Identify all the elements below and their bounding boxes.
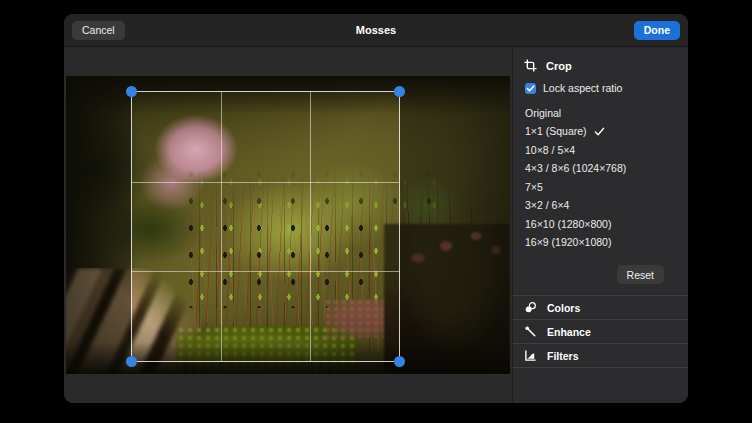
edit-sidebar: Crop Lock aspect ratio Original bbox=[512, 48, 688, 403]
ratio-option-16x9[interactable]: 16×9 (1920×1080) bbox=[513, 234, 688, 253]
ratio-option-4x3[interactable]: 4×3 / 8×6 (1024×768) bbox=[513, 160, 688, 179]
divider bbox=[513, 367, 688, 368]
crop-selection[interactable] bbox=[131, 91, 400, 362]
crop-gridline-horizontal-2 bbox=[132, 271, 399, 272]
crop-handle-bottom-right[interactable] bbox=[394, 356, 405, 367]
section-filters[interactable]: Filters bbox=[513, 344, 688, 367]
enhance-icon bbox=[524, 325, 537, 338]
aspect-ratio-list: Original 1×1 (Square) 10×8 / 5×4 4×3 / 8… bbox=[513, 97, 688, 252]
ratio-option-7x5[interactable]: 7×5 bbox=[513, 178, 688, 197]
lock-aspect-ratio-checkbox[interactable] bbox=[525, 83, 536, 94]
crop-handle-top-right[interactable] bbox=[394, 86, 405, 97]
lock-aspect-ratio-label: Lock aspect ratio bbox=[543, 82, 622, 94]
checkmark-icon bbox=[526, 84, 535, 93]
crop-section-header: Crop bbox=[513, 53, 688, 77]
reset-row: Reset bbox=[513, 252, 688, 295]
section-enhance[interactable]: Enhance bbox=[513, 320, 688, 343]
selected-check-icon bbox=[594, 126, 605, 137]
ratio-option-16x10[interactable]: 16×10 (1280×800) bbox=[513, 215, 688, 234]
lock-aspect-ratio-row[interactable]: Lock aspect ratio bbox=[513, 77, 688, 97]
window-title: Mosses bbox=[64, 24, 688, 36]
filters-icon bbox=[524, 349, 537, 362]
reset-button[interactable]: Reset bbox=[617, 265, 664, 284]
crop-gridline-vertical-1 bbox=[221, 92, 222, 361]
crop-section-title: Crop bbox=[546, 60, 572, 72]
cancel-button[interactable]: Cancel bbox=[72, 21, 125, 40]
image-viewport bbox=[64, 48, 512, 403]
done-button[interactable]: Done bbox=[634, 21, 680, 40]
crop-icon bbox=[524, 59, 537, 72]
ratio-option-1x1[interactable]: 1×1 (Square) bbox=[513, 123, 688, 142]
photo-canvas bbox=[66, 76, 510, 374]
crop-gridline-vertical-2 bbox=[310, 92, 311, 361]
section-colors[interactable]: Colors bbox=[513, 296, 688, 319]
colors-icon bbox=[524, 301, 537, 314]
crop-handle-bottom-left[interactable] bbox=[126, 356, 137, 367]
ratio-option-10x8[interactable]: 10×8 / 5×4 bbox=[513, 141, 688, 160]
crop-handle-top-left[interactable] bbox=[126, 86, 137, 97]
editor-window: Cancel Mosses Done bbox=[64, 14, 688, 403]
crop-gridline-horizontal-1 bbox=[132, 182, 399, 183]
headerbar: Cancel Mosses Done bbox=[64, 14, 688, 47]
desktop-background: Cancel Mosses Done bbox=[0, 0, 752, 423]
ratio-option-original[interactable]: Original bbox=[513, 104, 688, 123]
ratio-option-3x2[interactable]: 3×2 / 6×4 bbox=[513, 197, 688, 216]
